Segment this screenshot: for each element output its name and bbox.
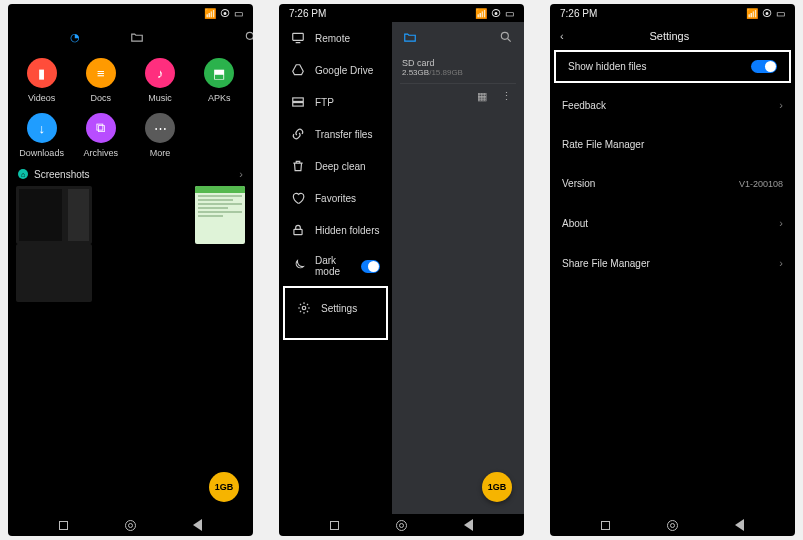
drawer-item-label: Remote <box>315 33 350 44</box>
drawer-item-label: Favorites <box>315 193 356 204</box>
chevron-right-icon: › <box>779 257 783 269</box>
drawer-item-favorites[interactable]: Favorites <box>279 182 392 214</box>
drawer-item-label: Dark mode <box>315 255 351 277</box>
more-icon: ⋯ <box>145 113 175 143</box>
screenshots-section-header[interactable]: ⌂ Screenshots › <box>8 158 253 186</box>
drawer-item-ftp[interactable]: FTP <box>279 86 392 118</box>
settings-row-feedback[interactable]: Feedback› <box>550 91 795 119</box>
search-icon[interactable] <box>244 29 253 45</box>
cleanup-fab[interactable]: 1GB <box>209 472 239 502</box>
category-label: Docs <box>91 93 112 103</box>
fab-label: 1GB <box>215 482 234 492</box>
gear-icon <box>297 301 311 315</box>
top-tab-bar: ◔ <box>8 22 253 52</box>
category-grid: ▮Videos≡Docs♪Music⬒APKs↓Downloads⧉Archiv… <box>8 52 253 158</box>
search-icon[interactable] <box>498 29 514 45</box>
category-label: More <box>150 148 171 158</box>
settings-row-about[interactable]: About› <box>550 209 795 237</box>
settings-body: Show hidden files Feedback›Rate File Man… <box>550 50 795 289</box>
thumbnail-1[interactable] <box>16 186 92 302</box>
show-hidden-files-label: Show hidden files <box>568 61 646 72</box>
drawer-item-label: Google Drive <box>315 65 373 76</box>
nav-recents-button[interactable] <box>57 518 71 532</box>
battery-icon: ▭ <box>776 8 785 19</box>
show-hidden-files-row[interactable]: Show hidden files <box>556 52 789 81</box>
category-label: Music <box>148 93 172 103</box>
chevron-right-icon: › <box>779 99 783 111</box>
status-bar: 📶 ⦿ ▭ <box>8 4 253 22</box>
category-label: APKs <box>208 93 231 103</box>
cleanup-fab[interactable]: 1GB <box>482 472 512 502</box>
screen-2-drawer-open: 7:26 PM 📶 ⦿ ▭ RemoteGoogle DriveFTPTrans… <box>279 4 524 536</box>
category-videos[interactable]: ▮Videos <box>14 58 69 103</box>
drawer-item-deep-clean[interactable]: Deep clean <box>279 150 392 182</box>
settings-row-rate-file-manager[interactable]: Rate File Manager <box>550 131 795 158</box>
category-music[interactable]: ♪Music <box>133 58 188 103</box>
dimmed-background[interactable]: SD card 2.53GB/15.89GB ▦ ⋮ 1GB <box>392 22 524 514</box>
settings-row-label: Share File Manager <box>562 258 650 269</box>
side-drawer: RemoteGoogle DriveFTPTransfer filesDeep … <box>279 22 392 514</box>
archives-icon: ⧉ <box>86 113 116 143</box>
settings-header: ‹ Settings <box>550 22 795 50</box>
screen-3-settings: 7:26 PM 📶 ⦿ ▭ ‹ Settings Show hidden fil… <box>550 4 795 536</box>
apks-icon: ⬒ <box>204 58 234 88</box>
android-nav-bar <box>8 514 253 536</box>
storage-tab-icon[interactable] <box>402 29 418 45</box>
category-docs[interactable]: ≡Docs <box>73 58 128 103</box>
back-icon[interactable]: ‹ <box>560 30 564 42</box>
nav-home-button[interactable] <box>395 518 409 532</box>
recents-tab-icon[interactable]: ◔ <box>70 29 80 45</box>
nav-back-button[interactable] <box>191 518 205 532</box>
screenshot-thumbnails <box>8 186 253 302</box>
nav-back-button[interactable] <box>733 518 747 532</box>
drawer-item-dark-mode[interactable]: Dark mode <box>279 246 392 286</box>
storage-tab-icon[interactable] <box>130 29 144 45</box>
thumbnail-2[interactable] <box>195 186 245 244</box>
drawer-item-settings[interactable]: Settings <box>285 292 386 324</box>
sd-card-summary[interactable]: SD card 2.53GB/15.89GB <box>392 52 524 83</box>
category-downloads[interactable]: ↓Downloads <box>14 113 69 158</box>
category-more[interactable]: ⋯More <box>133 113 188 158</box>
settings-row-share-file-manager[interactable]: Share File Manager› <box>550 249 795 277</box>
dark-mode-toggle[interactable] <box>361 260 380 273</box>
ftp-icon <box>291 95 305 109</box>
status-bar: 7:26 PM 📶 ⦿ ▭ <box>279 4 524 22</box>
settings-row-label: Feedback <box>562 100 606 111</box>
drawer-item-label: Settings <box>321 303 357 314</box>
category-apks[interactable]: ⬒APKs <box>192 58 247 103</box>
category-label: Videos <box>28 93 55 103</box>
wifi-icon: ⦿ <box>491 8 501 19</box>
drawer-item-remote[interactable]: Remote <box>279 22 392 54</box>
moon-icon <box>291 259 305 273</box>
status-time: 7:26 PM <box>289 8 326 19</box>
wifi-icon: ⦿ <box>220 8 230 19</box>
settings-row-label: Version <box>562 178 595 189</box>
drawer-item-hidden-folders[interactable]: Hidden folders <box>279 214 392 246</box>
drawer-item-label: FTP <box>315 97 334 108</box>
settings-row-value: V1-200108 <box>739 179 783 189</box>
highlighted-settings-row: Settings <box>283 286 388 340</box>
svg-point-5 <box>302 306 306 310</box>
screenshots-label: Screenshots <box>34 169 90 180</box>
sd-used: 2.53GB <box>402 68 429 77</box>
drawer-item-transfer-files[interactable]: Transfer files <box>279 118 392 150</box>
videos-icon: ▮ <box>27 58 57 88</box>
nav-home-button[interactable] <box>124 518 138 532</box>
category-archives[interactable]: ⧉Archives <box>73 113 128 158</box>
more-icon[interactable]: ⋮ <box>501 90 512 103</box>
music-icon: ♪ <box>145 58 175 88</box>
settings-row-label: Rate File Manager <box>562 139 644 150</box>
trash-icon <box>291 159 305 173</box>
settings-row-label: About <box>562 218 588 229</box>
downloads-icon: ↓ <box>27 113 57 143</box>
nav-back-button[interactable] <box>462 518 476 532</box>
nav-recents-button[interactable] <box>599 518 613 532</box>
screen-1-file-manager-home: 📶 ⦿ ▭ ◔ ▮Videos≡Docs♪Music⬒APKs↓Download… <box>8 4 253 536</box>
svg-rect-2 <box>293 98 304 102</box>
settings-row-version[interactable]: VersionV1-200108 <box>550 170 795 197</box>
show-hidden-files-toggle[interactable] <box>751 60 777 73</box>
grid-view-icon[interactable]: ▦ <box>477 90 487 103</box>
nav-recents-button[interactable] <box>328 518 342 532</box>
nav-home-button[interactable] <box>666 518 680 532</box>
drawer-item-google-drive[interactable]: Google Drive <box>279 54 392 86</box>
